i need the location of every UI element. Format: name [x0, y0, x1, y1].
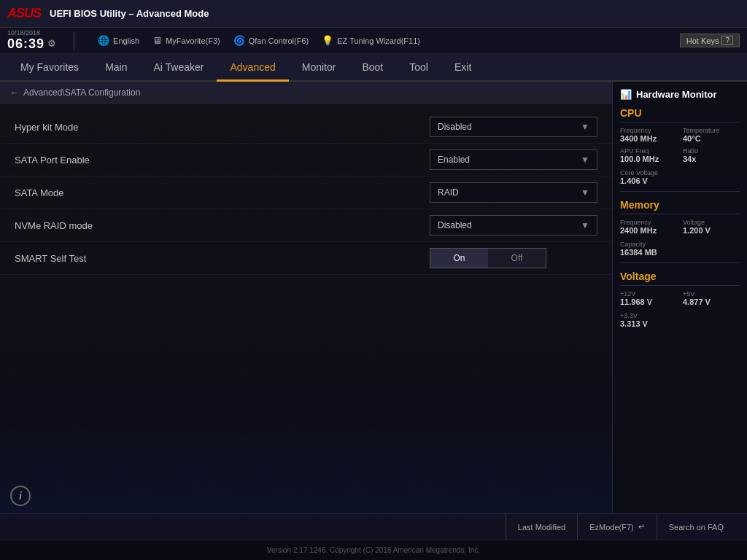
- hw-monitor-title-text: Hardware Monitor: [636, 89, 717, 100]
- voltage-metrics: +12V 11.968 V +5V 4.877 V: [620, 290, 740, 306]
- last-modified-button[interactable]: Last Modified: [506, 514, 577, 540]
- dropdown-arrow-icon: ▼: [581, 220, 589, 230]
- sata-mode-value: RAID: [438, 187, 459, 198]
- asus-logo: ASUS: [7, 6, 41, 21]
- ez-mode-icon: ↵: [638, 522, 645, 532]
- cpu-apu-freq-item: APU Freq 100.0 MHz: [620, 147, 677, 163]
- topbar-qfan[interactable]: 🌀 Qfan Control(F6): [233, 35, 309, 46]
- cpu-frequency-label: Frequency: [620, 127, 677, 134]
- datetime: 10/18/2018 06:39 ⚙: [7, 30, 56, 52]
- setting-nvme-raid-mode: NVMe RAID mode Disabled ▼: [0, 209, 612, 242]
- search-faq-button[interactable]: Search on FAQ: [657, 514, 735, 540]
- nav-my-favorites[interactable]: My Favorites: [7, 54, 92, 82]
- time-display: 06:39: [7, 37, 44, 52]
- sata-port-enable-label: SATA Port Enable: [15, 155, 430, 166]
- ez-mode-button[interactable]: EzMode(F7) ↵: [577, 514, 657, 540]
- nvme-raid-mode-label: NVMe RAID mode: [15, 220, 430, 231]
- hotkeys-button[interactable]: Hot Keys ?: [680, 34, 740, 47]
- smart-self-test-control: On Off: [430, 248, 597, 268]
- toggle-off-button[interactable]: Off: [488, 249, 546, 268]
- info-icon[interactable]: i: [10, 486, 31, 506]
- cpu-core-voltage-item: Core Voltage 1.406 V: [620, 169, 740, 185]
- setting-sata-port-enable: SATA Port Enable Enabled ▼: [0, 144, 612, 176]
- cpu-temperature-item: Temperature 40°C: [683, 127, 740, 143]
- copyright-bar: Version 2.17.1246. Copyright (C) 2018 Am…: [0, 540, 747, 560]
- cpu-metrics: Frequency 3400 MHz Temperature 40°C APU …: [620, 127, 740, 163]
- voltage-5v-item: +5V 4.877 V: [683, 290, 740, 306]
- info-icon-area: i: [10, 486, 31, 506]
- main-layout: ← Advanced\SATA Configuration Hyper kit …: [0, 82, 747, 513]
- voltage-5v-value: 4.877 V: [683, 298, 740, 306]
- cpu-temperature-label: Temperature: [683, 127, 740, 134]
- dropdown-arrow-icon: ▼: [581, 122, 589, 132]
- smart-self-test-label: SMART Self Test: [15, 253, 430, 264]
- memory-voltage-item: Voltage 1.200 V: [683, 219, 740, 235]
- smart-self-test-toggle: On Off: [430, 248, 546, 268]
- memory-frequency-value: 2400 MHz: [620, 226, 677, 235]
- nvme-raid-mode-dropdown[interactable]: Disabled ▼: [430, 215, 597, 236]
- nav-monitor[interactable]: Monitor: [289, 54, 349, 82]
- copyright-text: Version 2.17.1246. Copyright (C) 2018 Am…: [267, 546, 480, 554]
- language-icon: 🌐: [98, 35, 109, 46]
- topbar-myfavorite[interactable]: 🖥 MyFavorite(F3): [152, 35, 220, 46]
- memory-capacity-value: 16384 MB: [620, 248, 740, 257]
- setting-smart-self-test: SMART Self Test On Off: [0, 242, 612, 275]
- sata-mode-label: SATA Mode: [15, 187, 430, 198]
- dropdown-arrow-icon: ▼: [581, 155, 589, 165]
- voltage-12v-value: 11.968 V: [620, 298, 677, 306]
- sata-port-enable-value: Enabled: [438, 155, 470, 165]
- toggle-on-button[interactable]: On: [430, 249, 488, 268]
- back-arrow-icon[interactable]: ←: [10, 88, 19, 98]
- cpu-ratio-value: 34x: [683, 155, 740, 163]
- nav-main[interactable]: Main: [92, 54, 140, 82]
- cpu-section-title: CPU: [620, 107, 740, 122]
- cpu-core-voltage-label: Core Voltage: [620, 169, 740, 176]
- hw-monitor-title: 📊 Hardware Monitor: [620, 89, 740, 100]
- gear-icon[interactable]: ⚙: [47, 39, 56, 49]
- hotkeys-label: Hot Keys: [686, 36, 719, 45]
- cpu-apu-freq-value: 100.0 MHz: [620, 155, 677, 163]
- topbar: 10/18/2018 06:39 ⚙ 🌐 English 🖥 MyFavorit…: [0, 28, 747, 54]
- hardware-monitor-panel: 📊 Hardware Monitor CPU Frequency 3400 MH…: [612, 82, 747, 513]
- sata-port-enable-dropdown[interactable]: Enabled ▼: [430, 149, 597, 170]
- breadcrumb: ← Advanced\SATA Configuration: [0, 82, 612, 104]
- monitor-icon: 📊: [620, 89, 632, 100]
- background-pattern: [0, 426, 612, 513]
- nvme-raid-mode-control: Disabled ▼: [430, 215, 597, 236]
- settings-list: Hyper kit Mode Disabled ▼ SATA Port Enab…: [0, 104, 612, 282]
- cpu-core-voltage-value: 1.406 V: [620, 176, 740, 185]
- bottom-bar: Last Modified EzMode(F7) ↵ Search on FAQ: [0, 513, 747, 540]
- nav-tool[interactable]: Tool: [396, 54, 441, 82]
- voltage-12v-label: +12V: [620, 290, 677, 298]
- nvme-raid-mode-value: Disabled: [438, 220, 472, 230]
- topbar-items: 🌐 English 🖥 MyFavorite(F3) 🌀 Qfan Contro…: [98, 35, 420, 46]
- hyper-kit-mode-control: Disabled ▼: [430, 117, 597, 137]
- cpu-ratio-item: Ratio 34x: [683, 147, 740, 163]
- voltage-33v-item: +3.3V 3.313 V: [620, 312, 740, 328]
- sata-mode-dropdown[interactable]: RAID ▼: [430, 182, 597, 203]
- cpu-frequency-value: 3400 MHz: [620, 134, 677, 143]
- voltage-33v-value: 3.313 V: [620, 319, 740, 328]
- breadcrumb-path: Advanced\SATA Configuration: [23, 88, 140, 98]
- header-bar: ASUS UEFI BIOS Utility – Advanced Mode: [0, 0, 747, 28]
- hyper-kit-mode-dropdown[interactable]: Disabled ▼: [430, 117, 597, 137]
- bios-title: UEFI BIOS Utility – Advanced Mode: [50, 8, 209, 19]
- myfavorite-icon: 🖥: [152, 35, 162, 46]
- content-area: ← Advanced\SATA Configuration Hyper kit …: [0, 82, 612, 513]
- hyper-kit-mode-value: Disabled: [438, 122, 472, 132]
- hotkeys-icon: ?: [721, 36, 733, 45]
- memory-voltage-label: Voltage: [683, 219, 740, 226]
- nav-advanced[interactable]: Advanced: [217, 54, 288, 82]
- memory-capacity-label: Capacity: [620, 241, 740, 248]
- ez-mode-label: EzMode(F7): [589, 523, 634, 532]
- topbar-language[interactable]: 🌐 English: [98, 35, 139, 46]
- memory-metrics: Frequency 2400 MHz Voltage 1.200 V: [620, 219, 740, 235]
- cpu-temperature-value: 40°C: [683, 134, 740, 143]
- topbar-ez-tuning[interactable]: 💡 EZ Tuning Wizard(F11): [322, 35, 420, 46]
- voltage-5v-label: +5V: [683, 290, 740, 298]
- memory-frequency-item: Frequency 2400 MHz: [620, 219, 677, 235]
- nav-boot[interactable]: Boot: [349, 54, 396, 82]
- nav-ai-tweaker[interactable]: Ai Tweaker: [140, 54, 217, 82]
- nav-exit[interactable]: Exit: [441, 54, 484, 82]
- myfavorite-label: MyFavorite(F3): [166, 36, 220, 45]
